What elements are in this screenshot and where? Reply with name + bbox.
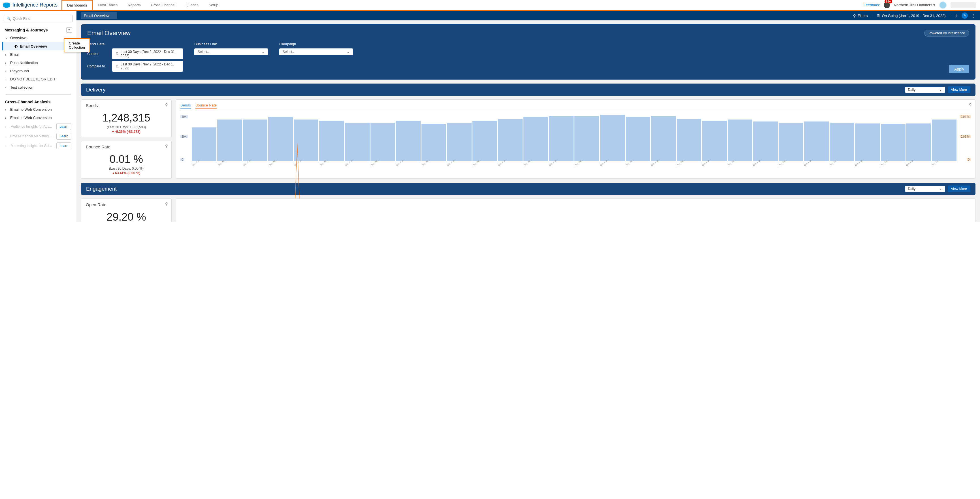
sidebar: 🔍 Quick Find Messaging & Journeys ▼ Crea… xyxy=(0,11,76,222)
page-title: Email Overview xyxy=(87,29,130,37)
chart-tab-sends[interactable]: Sends xyxy=(180,103,191,109)
sends-value: 1,248,315 xyxy=(86,112,167,124)
compare-date-picker[interactable]: 🗓Last 30 Days (Nov 2, 2022 - Dec 1, 2022… xyxy=(112,61,183,72)
learn-button[interactable]: Learn xyxy=(56,143,72,149)
apply-button[interactable]: Apply xyxy=(949,65,969,73)
nav-tab-dashboards[interactable]: Dashboards xyxy=(62,0,92,10)
sidebar-item-email-overview[interactable]: ◐ Email Overview xyxy=(2,42,74,51)
sidebar-item-etw2[interactable]: ›Email to Web Conversion xyxy=(2,114,74,122)
campaign-filter: Campaign Select..⌄ xyxy=(279,42,353,55)
main-area: Email Overview ⚲Filters | 🗓On Going (Jan… xyxy=(76,11,980,222)
send-date-label: Send Date xyxy=(87,42,183,46)
y-axis-right: 0.04 % 0.02 % 0 xyxy=(958,111,970,161)
create-collection-popup[interactable]: Create Collection xyxy=(64,38,90,52)
chevron-right-icon: › xyxy=(5,125,6,129)
open-rate-title: Open Rate xyxy=(86,202,167,207)
chevron-right-icon: › xyxy=(5,134,6,138)
sidebar-item-push[interactable]: ›Push Notification xyxy=(2,59,74,67)
bu-select[interactable]: Select..⌄ xyxy=(194,48,268,55)
chevron-right-icon: › xyxy=(5,61,8,65)
feedback-link[interactable]: Feedback xyxy=(864,3,880,7)
sends-title: Sends xyxy=(86,103,167,108)
current-date-picker[interactable]: 🗓Last 30 Days (Dec 2, 2022 - Dec 31, 202… xyxy=(112,48,183,59)
divider: | xyxy=(950,14,951,18)
filter-icon[interactable]: ⚲ xyxy=(165,202,168,206)
filters-button[interactable]: ⚲Filters xyxy=(853,14,867,18)
divider: | xyxy=(872,14,872,18)
chevron-right-icon: › xyxy=(5,144,6,148)
chevron-down-icon: ⌄ xyxy=(347,50,350,54)
share-icon[interactable]: ⇪ xyxy=(955,14,958,18)
quick-find-placeholder: Quick Find xyxy=(13,16,30,21)
chart-tab-bounce[interactable]: Bounce Rate xyxy=(196,103,217,109)
bounce-sub: (Last 30 Days: 0.00 %) xyxy=(86,167,167,170)
bounce-title: Bounce Rate xyxy=(86,145,167,149)
sidebar-divider xyxy=(6,94,71,95)
chevron-down-icon: ⌄ xyxy=(262,50,264,54)
nav-tab-reports[interactable]: Reports xyxy=(123,0,146,10)
compare-label: Compare to xyxy=(87,64,108,68)
breadcrumb[interactable]: Email Overview xyxy=(81,12,117,19)
filter-icon[interactable]: ⚲ xyxy=(969,103,972,107)
chart-x-labels: Dec 202...Dec 202...Dec 202...Dec 202...… xyxy=(192,165,956,167)
learn-item-2: Cross-Channel Marketing ... xyxy=(10,134,52,138)
org-switcher[interactable]: Northern Trail Outfitters ▾ xyxy=(894,3,935,7)
edit-button[interactable]: ✎ xyxy=(962,13,968,19)
quick-find-input[interactable]: 🔍 Quick Find xyxy=(4,15,73,22)
nav-tab-setup[interactable]: Setup xyxy=(204,0,223,10)
sidebar-item-etw1[interactable]: ›Email to Web Conversion xyxy=(2,105,74,114)
sidebar-item-dnd[interactable]: ›DO NOT DELETE OR EDIT xyxy=(2,75,74,83)
nav-tab-cross-channel[interactable]: Cross-Channel xyxy=(146,0,181,10)
sidebar-item-test[interactable]: ›Test collection xyxy=(2,83,74,92)
current-label: Current xyxy=(87,52,108,56)
brand: Intelligence Reports xyxy=(0,2,62,8)
bounce-delta: ▴ 63.41% (0.00 %) xyxy=(86,171,167,175)
campaign-select[interactable]: Select..⌄ xyxy=(279,48,353,55)
filter-icon: ⚲ xyxy=(853,14,856,18)
filter-icon[interactable]: ⚲ xyxy=(165,144,168,148)
user-avatar[interactable] xyxy=(939,2,947,9)
context-bar: Email Overview ⚲Filters | 🗓On Going (Jan… xyxy=(76,11,980,21)
sidebar-item-email[interactable]: ›Email xyxy=(2,51,74,59)
sends-card: Sends ⚲ 1,248,315 (Last 30 Days: 1,331,5… xyxy=(81,99,172,137)
nav-tab-pivot-tables[interactable]: Pivot Tables xyxy=(92,0,123,10)
engagement-title: Engagement xyxy=(86,186,117,192)
send-date-filter: Send Date Current🗓Last 30 Days (Dec 2, 2… xyxy=(87,42,183,73)
top-right-controls: Feedback 99+ Northern Trail Outfitters ▾ xyxy=(864,2,980,9)
sends-delta: ▾ -6.25% (-83,278) xyxy=(86,130,167,133)
nav-tab-queries[interactable]: Queries xyxy=(180,0,204,10)
user-menu-placeholder[interactable] xyxy=(951,2,976,8)
bu-label: Business Unit xyxy=(194,42,268,46)
bounce-value: 0.01 % xyxy=(86,153,167,165)
engagement-chart-card xyxy=(176,199,975,222)
open-rate-card: Open Rate ⚲ 29.20 % xyxy=(81,199,172,222)
pencil-icon: ✎ xyxy=(963,14,966,17)
top-nav-bar: Intelligence Reports Dashboards Pivot Ta… xyxy=(0,0,980,11)
delivery-granularity-select[interactable]: Daily⌄ xyxy=(905,87,945,93)
learn-item-1: Audience Insights for Adv... xyxy=(11,125,52,129)
pie-chart-icon: ◐ xyxy=(14,44,18,48)
chevron-right-icon: › xyxy=(5,53,8,56)
chevron-down-icon: ▾ xyxy=(933,3,935,7)
bounce-card: Bounce Rate ⚲ 0.01 % (Last 30 Days: 0.00… xyxy=(81,141,172,179)
delivery-view-more-button[interactable]: View More xyxy=(948,86,970,93)
notification-badge: 99+ xyxy=(885,0,892,3)
sidebar-section-cross-channel: Cross-Channel Analysis xyxy=(2,97,74,105)
open-rate-value: 29.20 % xyxy=(86,211,167,222)
delivery-chart: 40K 20K 0 0.04 % 0.02 % 0 Dec 202...Dec … xyxy=(180,111,970,167)
chevron-right-icon: › xyxy=(5,108,8,111)
delivery-title: Delivery xyxy=(86,87,106,93)
learn-button[interactable]: Learn xyxy=(56,133,72,140)
kebab-icon[interactable]: ⋮ xyxy=(972,14,975,18)
date-range-button[interactable]: 🗓On Going (Jan 1, 2019 - Dec 31, 2022) xyxy=(877,14,946,18)
sidebar-item-overviews[interactable]: ⌄Overviews xyxy=(2,34,74,42)
filter-icon[interactable]: ⚲ xyxy=(165,103,168,107)
sidebar-item-playground[interactable]: ›Playground xyxy=(2,67,74,75)
learn-button[interactable]: Learn xyxy=(56,123,72,130)
y-axis-left: 40K 20K 0 xyxy=(180,111,190,161)
sends-sub: (Last 30 Days: 1,331,593) xyxy=(86,125,167,129)
notifications-icon[interactable]: 99+ xyxy=(884,2,890,8)
powered-by-badge: Powered By Intelligence xyxy=(924,30,969,37)
chevron-right-icon: › xyxy=(5,116,8,119)
collection-menu-trigger[interactable]: ▼ xyxy=(66,27,72,33)
